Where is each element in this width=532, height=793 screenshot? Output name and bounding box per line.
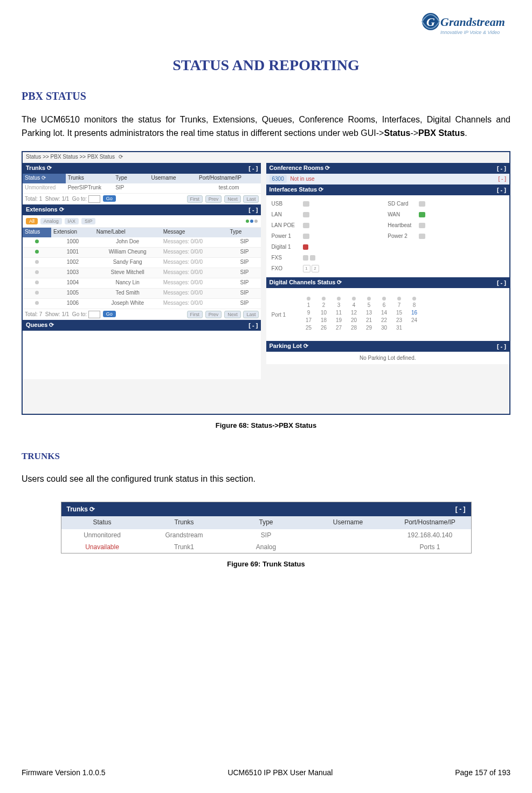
conference-number[interactable]: 6300 bbox=[270, 175, 287, 183]
digital-channels-panel-header[interactable]: Digital Channels Status ⟳ [ - ] bbox=[266, 277, 510, 288]
col-host[interactable]: Port/Hostname/IP bbox=[389, 516, 471, 529]
cell-name: Ted Smith bbox=[94, 289, 161, 298]
pager-next[interactable]: Next bbox=[224, 195, 241, 203]
refresh-icon[interactable]: ⟳ bbox=[47, 165, 52, 171]
collapse-toggle[interactable]: [ - ] bbox=[497, 187, 506, 193]
collapse-toggle[interactable]: [ - ] bbox=[497, 165, 506, 172]
refresh-icon[interactable]: ⟳ bbox=[319, 186, 323, 193]
channel-number: 5 bbox=[365, 302, 373, 308]
cell-message: Messages: 0/0/0 bbox=[161, 299, 228, 309]
cell-type: SIP bbox=[228, 278, 261, 288]
breadcrumb-text: Status >> PBX Status >> PBX Status bbox=[26, 154, 115, 160]
go-button[interactable]: Go bbox=[103, 311, 116, 317]
cell-name: Steve Mitchell bbox=[94, 268, 161, 278]
collapse-toggle[interactable]: [ - ] bbox=[455, 505, 466, 513]
cell-type: SIP bbox=[113, 183, 149, 193]
refresh-icon[interactable]: ⟳ bbox=[337, 279, 342, 285]
cell-type: SIP bbox=[228, 237, 261, 247]
pager-next[interactable]: Next bbox=[224, 311, 241, 318]
parking-lot-title: Parking Lot bbox=[270, 343, 302, 349]
figure-69-caption: Figure 69: Trunk Status bbox=[22, 560, 510, 568]
col-status[interactable]: Status bbox=[23, 228, 51, 237]
col-type[interactable]: Type bbox=[228, 228, 261, 237]
col-trunks[interactable]: Trunks bbox=[143, 516, 225, 529]
pager-last[interactable]: Last bbox=[243, 195, 259, 203]
pager-input[interactable] bbox=[88, 311, 100, 318]
cell-extension: 1006 bbox=[51, 299, 94, 309]
channel-number: 15 bbox=[396, 310, 403, 316]
channel-number: 4 bbox=[350, 302, 358, 308]
tab-analog[interactable]: Analog bbox=[40, 218, 62, 224]
refresh-icon[interactable]: ⟳ bbox=[303, 343, 308, 349]
refresh-icon[interactable]: ⟳ bbox=[49, 322, 54, 328]
footer-firmware: Firmware Version 1.0.0.5 bbox=[22, 768, 106, 777]
channel-number: 16 bbox=[411, 310, 418, 316]
cell-type: SIP bbox=[228, 299, 261, 309]
col-type[interactable]: Type bbox=[225, 516, 307, 529]
cell-status: Unavailable bbox=[61, 541, 143, 553]
power2-icon bbox=[419, 234, 425, 239]
refresh-icon[interactable]: ⟳ bbox=[325, 165, 330, 171]
collapse-toggle[interactable]: [ - ] bbox=[248, 322, 258, 329]
channel-number: 1 bbox=[305, 302, 313, 308]
trunks-column-header: Status ⟳ Trunks Type Username Port/Hostn… bbox=[23, 174, 261, 183]
refresh-icon[interactable]: ⟳ bbox=[89, 505, 95, 513]
pager-last[interactable]: Last bbox=[243, 311, 259, 318]
extensions-panel-header[interactable]: Extensions ⟳ [ - ] bbox=[23, 204, 261, 215]
extensions-column-header: Status Extension Name/Label Message Type bbox=[23, 228, 261, 237]
trunks-panel-header-fig69[interactable]: Trunks ⟳ [ - ] bbox=[61, 502, 471, 516]
tab-iax[interactable]: IAX bbox=[65, 218, 79, 224]
parking-lot-panel-header[interactable]: Parking Lot ⟳ [ - ] bbox=[266, 341, 510, 352]
channel-status-circles bbox=[305, 297, 498, 300]
sdcard-icon bbox=[419, 201, 425, 207]
col-type[interactable]: Type bbox=[113, 174, 149, 183]
col-host[interactable]: Port/Hostname/IP bbox=[197, 174, 261, 183]
conference-panel-header[interactable]: Conference Rooms ⟳ [ - ] bbox=[266, 163, 510, 174]
col-name[interactable]: Name/Label bbox=[94, 228, 161, 237]
channel-number: 30 bbox=[381, 325, 388, 331]
collapse-toggle[interactable]: [ - ] bbox=[497, 343, 506, 350]
cell-type: SIP bbox=[225, 529, 307, 541]
col-message[interactable]: Message bbox=[161, 228, 228, 237]
go-button[interactable]: Go bbox=[103, 195, 116, 202]
interfaces-panel-header[interactable]: Interfaces Status ⟳ [ - ] bbox=[266, 184, 510, 195]
iface-fxo: FXO bbox=[272, 265, 299, 271]
svg-text:G: G bbox=[426, 15, 435, 29]
iface-usb: USB bbox=[272, 201, 299, 207]
col-username[interactable]: Username bbox=[307, 516, 389, 529]
channel-number-row: 25262728293031 bbox=[305, 325, 498, 331]
col-trunks[interactable]: Trunks bbox=[66, 174, 113, 183]
tab-all[interactable]: All bbox=[26, 218, 38, 224]
col-username[interactable]: Username bbox=[149, 174, 196, 183]
col-status[interactable]: Status bbox=[61, 516, 143, 529]
channel-number: 27 bbox=[335, 325, 343, 331]
channel-number: 24 bbox=[411, 317, 418, 323]
conf-collapse[interactable]: [ - ] bbox=[499, 176, 506, 182]
channel-number: 23 bbox=[396, 317, 403, 323]
iface-wan: WAN bbox=[388, 211, 414, 217]
iface-power1: Power 1 bbox=[272, 233, 299, 239]
channel-number: 20 bbox=[350, 317, 358, 323]
pager-first[interactable]: First bbox=[187, 195, 203, 203]
extensions-title: Extensions bbox=[26, 206, 58, 213]
tab-sip[interactable]: SIP bbox=[81, 218, 96, 224]
table-row: 1006Joseph WhiteMessages: 0/0/0SIP bbox=[23, 299, 261, 309]
pager-input[interactable] bbox=[88, 195, 100, 203]
pager-prev[interactable]: Prev bbox=[205, 311, 222, 318]
collapse-toggle[interactable]: [ - ] bbox=[248, 165, 258, 172]
refresh-icon[interactable]: ⟳ bbox=[119, 154, 123, 160]
refresh-icon[interactable]: ⟳ bbox=[59, 206, 64, 213]
col-status[interactable]: Status bbox=[25, 175, 40, 181]
queues-panel-header[interactable]: Queues ⟳ [ - ] bbox=[23, 320, 261, 331]
pager-prev[interactable]: Prev bbox=[205, 195, 222, 203]
channel-number: 14 bbox=[381, 310, 388, 316]
collapse-toggle[interactable]: [ - ] bbox=[497, 279, 506, 286]
trunks-panel-header[interactable]: Trunks ⟳ [ - ] bbox=[23, 163, 261, 174]
section-pbx-status: PBX STATUS bbox=[22, 90, 510, 102]
collapse-toggle[interactable]: [ - ] bbox=[248, 207, 258, 213]
cell-type: SIP bbox=[228, 258, 261, 268]
table-row: 1001William CheungMessages: 0/0/0SIP bbox=[23, 248, 261, 258]
col-extension[interactable]: Extension bbox=[51, 228, 94, 237]
pager-first[interactable]: First bbox=[187, 311, 203, 318]
cell-name: Nancy Lin bbox=[94, 278, 161, 288]
